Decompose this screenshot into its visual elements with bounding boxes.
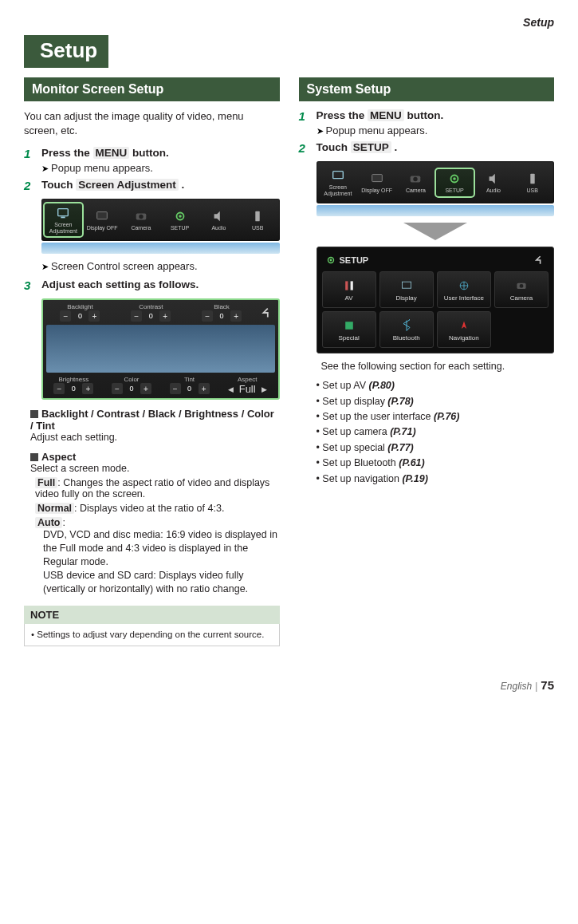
usb-icon [250, 209, 265, 223]
gear-icon [325, 255, 336, 266]
usb-icon [525, 172, 540, 186]
settings-group-heading: Backlight / Contrast / Black / Brightnes… [30, 408, 280, 432]
av-icon [342, 278, 356, 293]
left-column: Monitor Screen Setup You can adjust the … [24, 77, 280, 646]
right-triangle-icon: ▶ [261, 385, 267, 393]
camera-icon [514, 278, 529, 293]
setup-navigation: Navigation [437, 311, 491, 348]
screen-adjust-icon [56, 206, 70, 220]
svg-point-12 [414, 177, 418, 181]
svg-rect-19 [345, 281, 348, 290]
after-text: See the following section for each setti… [321, 360, 555, 373]
note-box: NOTE Settings to adjust vary depending o… [24, 606, 280, 647]
display-off-icon [95, 209, 109, 223]
svg-point-4 [139, 215, 143, 219]
camera-icon [134, 209, 148, 223]
camera-icon [408, 172, 423, 186]
page-title: Setup [32, 35, 108, 68]
monitor-step-3: 3 Adjust each setting as follows. [24, 278, 280, 292]
menu-button-ref: MENU [93, 147, 130, 159]
right-column: System Setup 1 Press the MENU button. Po… [299, 77, 555, 646]
popup-menu-screenshot-left: Screen Adjustment Display OFF Camera SET… [41, 199, 280, 254]
system-heading: System Setup [299, 77, 555, 101]
display-icon [399, 278, 414, 293]
aspect-heading: Aspect [30, 451, 280, 463]
ui-icon [457, 278, 471, 293]
setup-bluetooth: Bluetooth [379, 311, 434, 348]
svg-marker-26 [462, 321, 466, 329]
setup-special: Special [322, 311, 376, 348]
popup-audio: Audio [200, 207, 238, 234]
svg-rect-9 [333, 172, 344, 179]
setup-camera: Camera [494, 271, 549, 308]
minus-icon: − [60, 310, 71, 322]
setup-reference-list: Set up AV (P.80) Set up display (P.78) S… [317, 378, 555, 487]
page-footer: English|75 [24, 678, 554, 692]
page-title-bar: Setup [24, 35, 554, 68]
system-step-2: 2 Touch SETUP . [299, 141, 555, 155]
monitor-step-2: 2 Touch Screen Adjustment . [24, 179, 280, 192]
popup-display-off: Display OFF [84, 207, 121, 234]
monitor-step-1: 1 Press the MENU button. Popup menu appe… [24, 147, 280, 174]
popup-usb: USB [239, 207, 277, 234]
setup-av: AV [322, 271, 376, 308]
svg-point-24 [520, 284, 524, 288]
monitor-heading: Monitor Screen Setup [24, 77, 280, 101]
svg-point-14 [453, 177, 456, 180]
popup-camera: Camera [123, 207, 160, 234]
adjust-screenshot: Backlight−0+ Contrast−0+ Black−0+ Bright… [41, 298, 280, 400]
svg-point-18 [329, 259, 332, 262]
down-arrow-icon [403, 223, 467, 240]
system-step-1: 1 Press the MENU button. Popup menu appe… [299, 109, 555, 136]
svg-rect-10 [372, 174, 382, 181]
back-icon [259, 306, 273, 320]
screen-adjust-icon [331, 168, 345, 183]
popup-setup: SETUP [161, 207, 199, 234]
svg-rect-20 [350, 281, 352, 290]
svg-rect-1 [61, 217, 65, 219]
gear-icon [173, 209, 187, 223]
monitor-intro: You can adjust the image quality of vide… [24, 109, 280, 137]
svg-rect-8 [255, 211, 259, 222]
setup-display: Display [379, 271, 434, 308]
plus-icon: + [88, 310, 100, 322]
back-icon [533, 254, 545, 267]
navigation-icon [457, 318, 471, 333]
svg-marker-7 [214, 211, 220, 222]
svg-rect-21 [402, 282, 411, 288]
speaker-icon [211, 209, 226, 223]
svg-point-6 [179, 215, 182, 218]
screen-adjustment-ref: Screen Adjustment [76, 179, 179, 191]
special-icon [342, 318, 356, 333]
popup-screen-adjustment: Screen Adjustment [45, 203, 82, 236]
svg-rect-25 [345, 322, 353, 330]
speaker-icon [486, 172, 501, 186]
bluetooth-icon [399, 318, 414, 333]
svg-marker-15 [489, 174, 494, 184]
popup-setup-highlighted: SETUP [436, 169, 474, 196]
left-triangle-icon: ◀ [228, 385, 234, 393]
gear-icon [447, 172, 462, 186]
svg-rect-16 [530, 174, 534, 184]
setup-user-interface: User Interface [437, 271, 491, 308]
setup-screen-screenshot: SETUP AV Display User Interface Camera S… [317, 247, 555, 353]
display-off-icon [370, 172, 384, 186]
svg-rect-2 [97, 212, 108, 219]
popup-menu-screenshot-right: Screen Adjustment Display OFF Camera SET… [317, 161, 555, 353]
svg-rect-0 [58, 209, 69, 216]
running-header: Setup [24, 16, 554, 29]
